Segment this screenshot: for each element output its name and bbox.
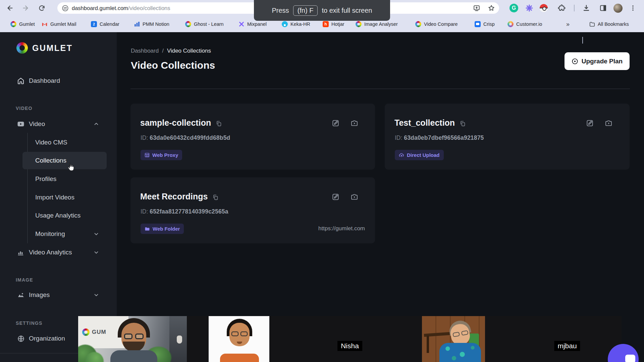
collection-url: https://gumlet.com — [318, 225, 365, 232]
collection-id: 63da0eb7dbef96566a921875 — [404, 134, 484, 141]
camera-icon[interactable] — [350, 119, 358, 127]
participant-photo-tile-2[interactable] — [209, 316, 269, 362]
collection-id: 652faa812778140399c2565a — [150, 208, 228, 215]
gumlet-wall-logo-icon — [82, 328, 90, 336]
collection-type-badge: Web Folder — [141, 224, 184, 234]
folder-icon — [145, 226, 150, 232]
bookmark-label: Gumlet Mail — [50, 21, 76, 27]
collection-card-test[interactable]: Test_collection ID: 63da0eb7dbef96566a92… — [385, 104, 630, 170]
bookmark-ghost-learn[interactable]: Ghost - Learn — [185, 20, 224, 28]
background-vase — [177, 336, 182, 344]
sidebar-label: Organization — [29, 335, 65, 342]
copy-icon[interactable] — [212, 194, 219, 200]
image-mountains-icon — [16, 291, 25, 299]
kebab-menu-icon[interactable] — [628, 3, 638, 13]
meet-participant-strip: GUM Nisha mjbau — [78, 316, 622, 362]
grammarly-extension-icon[interactable]: G — [509, 3, 519, 13]
bookmark-label: Video Compare — [424, 21, 458, 27]
sidebar-item-video-analytics[interactable]: Video Analytics — [0, 245, 117, 260]
bookmark-customer-io[interactable]: Customer.io — [507, 20, 542, 28]
participant-1-person — [110, 318, 157, 362]
id-label: ID: — [395, 134, 402, 141]
collection-card-meet-recordings[interactable]: Meet Recordings ID: 652faa812778140399c2… — [130, 177, 375, 243]
breadcrumb-dashboard-link[interactable]: Dashboard — [131, 48, 159, 54]
sidebar-item-import-videos[interactable]: Import Videos — [0, 190, 117, 205]
header-divider — [130, 88, 630, 89]
url-text: dashboard.gumlet.com/video/collections — [72, 5, 170, 11]
bookmark-video-compare[interactable]: Video Compare — [415, 20, 458, 28]
cloud-upload-icon — [399, 153, 404, 158]
sidebar-section-settings: SETTINGS — [16, 320, 43, 326]
extensions-puzzle-icon[interactable] — [557, 3, 567, 13]
screen: dashboard.gumlet.com/video/collections G — [0, 0, 644, 362]
breadcrumb-current: Video Collections — [167, 48, 211, 54]
pokeball-extension-icon[interactable] — [539, 3, 549, 13]
bookmark-image-analyser[interactable]: Image Analyser — [356, 20, 398, 28]
url-host: dashboard.gumlet.com — [72, 5, 128, 11]
bookmark-label: Keka-HR — [290, 21, 310, 27]
gumlet-logo-icon — [16, 42, 28, 54]
bookmark-label: Mixpanel — [247, 21, 267, 27]
image-analyser-favicon — [356, 21, 362, 27]
sidebar-label: Collections — [35, 157, 66, 164]
install-app-icon[interactable] — [473, 4, 481, 12]
collection-name: sample-collection — [140, 118, 211, 128]
bookmark-crisp[interactable]: Crisp — [475, 20, 495, 28]
bookmark-calendar[interactable]: 2Calendar — [91, 20, 119, 28]
badge-label: Direct Upload — [407, 152, 440, 158]
badge-label: Web Folder — [153, 226, 180, 232]
reload-icon[interactable] — [37, 3, 46, 13]
sidebar-item-dashboard[interactable]: Dashboard — [0, 73, 117, 88]
upgrade-plan-button[interactable]: Upgrade Plan — [565, 52, 630, 70]
downloads-icon[interactable] — [581, 3, 591, 13]
sidebar-item-video-cms[interactable]: Video CMS — [0, 135, 117, 150]
sidebar-label: Video Analytics — [29, 249, 72, 256]
bookmark-gumlet[interactable]: Gumlet — [10, 20, 35, 28]
ghost-learn-favicon — [185, 21, 191, 27]
back-icon[interactable] — [5, 3, 15, 13]
copy-icon[interactable] — [216, 120, 222, 127]
forward-icon[interactable] — [21, 3, 30, 13]
participant-video-tile-1[interactable]: GUM — [78, 316, 187, 362]
sidebar-item-usage-analytics[interactable]: Usage Analytics — [0, 208, 117, 223]
sidebar-item-profiles[interactable]: Profiles — [0, 172, 117, 186]
gumlet-logo[interactable]: GUMLET — [16, 42, 73, 54]
sidebar-label: Import Videos — [35, 194, 74, 201]
page-title: Video Collections — [131, 60, 215, 71]
sidebar-item-images[interactable]: Images — [0, 288, 117, 302]
edit-collection-icon[interactable] — [331, 119, 339, 127]
flower-extension-icon[interactable] — [524, 3, 534, 13]
collection-name: Meet Recordings — [140, 192, 208, 201]
video-icon — [16, 120, 25, 128]
bookmark-mixpanel[interactable]: Mixpanel — [238, 20, 267, 28]
participant-photo-tile-4[interactable] — [422, 316, 485, 362]
profile-avatar[interactable] — [613, 3, 623, 13]
bookmarks-overflow-chevron[interactable]: » — [566, 20, 570, 28]
participant-name-mjbau: mjbau — [554, 341, 580, 351]
collection-card-sample[interactable]: sample-collection ID: 63da0e60432cd499fd… — [130, 104, 375, 170]
all-bookmarks-label: All Bookmarks — [598, 21, 629, 27]
bookmark-gumlet-mail[interactable]: Gumlet Mail — [42, 20, 76, 28]
upgrade-label: Upgrade Plan — [582, 58, 623, 65]
bookmark-pmm-notion[interactable]: PMM Notion — [134, 20, 169, 28]
side-panel-icon[interactable] — [598, 3, 608, 13]
sidebar-item-collections[interactable]: Collections — [0, 153, 117, 168]
bookmark-keka-hr[interactable]: Keka-HR — [282, 20, 310, 28]
copy-icon[interactable] — [460, 120, 466, 127]
site-settings-icon[interactable] — [62, 5, 68, 11]
sidebar-item-video[interactable]: Video — [0, 117, 117, 131]
bookmark-label: PMM Notion — [143, 21, 169, 27]
camera-icon[interactable] — [604, 119, 612, 127]
gmail-favicon — [42, 21, 48, 27]
bookmark-hotjar[interactable]: hHotjar — [323, 20, 344, 28]
edit-collection-icon[interactable] — [586, 119, 594, 127]
breadcrumb-separator: / — [162, 48, 164, 54]
camera-icon[interactable] — [350, 193, 358, 201]
bookmark-label: Crisp — [483, 21, 495, 27]
edit-collection-icon[interactable] — [331, 193, 339, 201]
sidebar-item-monitoring[interactable]: Monitoring — [0, 227, 117, 241]
analytics-chart-icon — [16, 248, 25, 257]
all-bookmarks-button[interactable]: All Bookmarks — [589, 20, 629, 28]
bookmark-star-icon[interactable] — [487, 4, 495, 12]
bookmark-label: Customer.io — [516, 21, 542, 27]
